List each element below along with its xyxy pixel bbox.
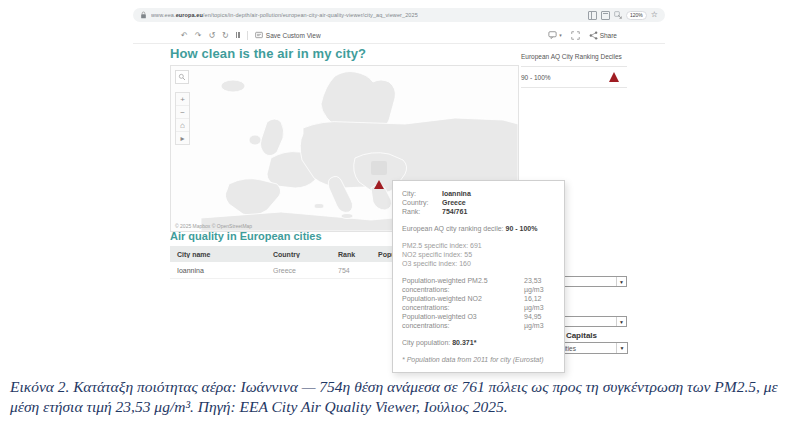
- legend-item-label: 90 - 100%: [521, 74, 551, 81]
- figure-caption: Εικόνα 2. Κατάταξη ποιότητας αέρα: Ιωάνν…: [10, 377, 794, 416]
- cell-city: Ioannina: [170, 267, 266, 274]
- map-search-button[interactable]: [175, 70, 189, 84]
- tooltip-rank-value: 754/761: [442, 207, 555, 216]
- city-tooltip: City:Ioannina Country:Greece Rank:754/76…: [392, 180, 565, 373]
- translate-icon[interactable]: [614, 11, 622, 19]
- decile-triangle-icon: [609, 72, 619, 82]
- tooltip-city-label: City:: [402, 189, 442, 198]
- share-icon: [589, 31, 598, 40]
- viz-toolbar: ↶ ↷ ↺ ↻ Save Custom View ▾: [133, 27, 665, 44]
- url-text: www.eea.europa.eu/en/topics/in-depth/air…: [151, 12, 418, 18]
- tooltip-decile-line: European AQ city ranking decile: 90 - 10…: [402, 224, 555, 233]
- col-country[interactable]: Country: [266, 251, 331, 258]
- legend-title: European AQ City Ranking Deciles: [521, 53, 627, 61]
- city-marker-ioannina[interactable]: [374, 163, 384, 181]
- lock-icon: [140, 11, 147, 19]
- map-attribution: © 2025 Mapbox © OpenStreetMap: [175, 223, 252, 229]
- tooltip-pm25-index: PM2.5 specific index: 691: [402, 241, 555, 250]
- reading-list-icon[interactable]: [601, 11, 610, 20]
- refresh-button[interactable]: ↻: [222, 31, 229, 40]
- select-arrow-icon: ▼: [616, 317, 626, 326]
- ranking-deciles-legend: European AQ City Ranking Deciles 90 - 10…: [521, 53, 627, 88]
- tooltip-o3-conc: Population-weighted O3 concentrations:94…: [402, 312, 555, 330]
- marker-triangle-icon: [374, 163, 384, 189]
- select-arrow-icon: ▼: [616, 277, 626, 286]
- save-custom-view-button[interactable]: Save Custom View: [255, 31, 321, 39]
- comment-bubble-icon: [548, 31, 557, 39]
- zoom-level-badge[interactable]: 120%: [626, 11, 647, 20]
- tooltip-no2-index: NO2 specific index: 55: [402, 250, 555, 259]
- bookmark-star-icon[interactable]: ☆: [651, 11, 658, 19]
- tooltip-country-label: Country:: [402, 198, 442, 207]
- tooltip-country-value: Greece: [442, 198, 555, 207]
- browser-screenshot: www.eea.europa.eu/en/topics/in-depth/air…: [125, 8, 695, 364]
- address-bar[interactable]: www.eea.europa.eu/en/topics/in-depth/air…: [133, 8, 665, 22]
- undo-button[interactable]: ↶: [181, 31, 188, 40]
- col-city-name[interactable]: City name: [170, 251, 266, 258]
- caret-down-icon: ▾: [559, 32, 562, 38]
- select-arrow-icon: ▼: [616, 343, 627, 353]
- share-button[interactable]: Share: [589, 31, 617, 40]
- tooltip-o3-index: O3 specific index: 160: [402, 259, 555, 268]
- zoom-in-button[interactable]: +: [176, 93, 189, 106]
- tooltip-city-value: Ioannina: [442, 189, 555, 198]
- col-rank[interactable]: Rank: [331, 251, 371, 258]
- tooltip-population-line: City population: 80.371*: [402, 338, 555, 347]
- revert-button[interactable]: ↺: [208, 31, 215, 40]
- alerts-button[interactable]: ▾: [548, 31, 562, 39]
- cell-country: Greece: [266, 267, 331, 274]
- redo-button[interactable]: ↷: [195, 31, 202, 40]
- zoom-home-button[interactable]: ⌂: [176, 119, 189, 132]
- tooltip-rank-label: Rank:: [402, 207, 442, 216]
- tooltip-pm25-conc: Population-weighted PM2.5 concentrations…: [402, 276, 555, 294]
- zoom-out-button[interactable]: −: [176, 106, 189, 119]
- custom-view-icon: [255, 31, 263, 39]
- legend-item-90-100[interactable]: 90 - 100%: [521, 66, 627, 88]
- dashboard-title: How clean is the air in my city?: [170, 46, 366, 61]
- pan-mode-button[interactable]: ▸: [176, 132, 189, 144]
- tooltip-no2-conc: Population-weighted NO2 concentrations:1…: [402, 294, 555, 312]
- tooltip-footnote: * Population data from 2011 for city (Eu…: [402, 355, 555, 364]
- map-zoom-controls: + − ⌂ ▸: [175, 92, 190, 145]
- pause-button[interactable]: [236, 32, 240, 38]
- search-icon: [178, 73, 186, 81]
- table-title: Air quality in European cities: [170, 230, 322, 242]
- cell-rank: 754: [331, 267, 371, 274]
- fullscreen-icon[interactable]: [571, 31, 580, 40]
- sidebar-icon[interactable]: [588, 11, 597, 20]
- toolbar-divider: [247, 31, 248, 40]
